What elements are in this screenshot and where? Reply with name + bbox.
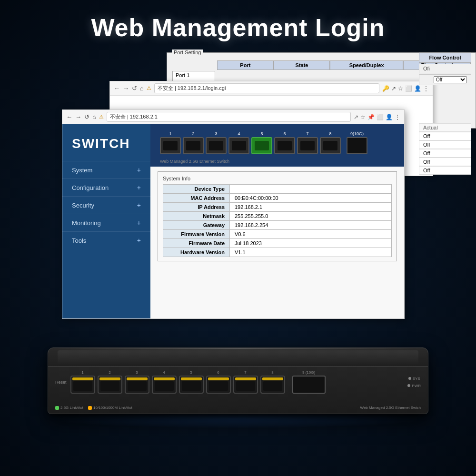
sw-nav-back[interactable]: ← xyxy=(66,113,72,120)
sw-security-warning-icon: ⚠ xyxy=(99,114,104,120)
diag-port-2-jack[interactable] xyxy=(183,137,204,154)
switch-body: Reset 1 2 3 xyxy=(48,347,428,414)
hw-sfp-port[interactable] xyxy=(292,376,326,394)
login-url-bar[interactable]: 不安全 | 192.168.2.1/login.cgi xyxy=(154,83,379,93)
hw-port-group-6: 6 xyxy=(206,370,231,394)
diag-port-8-jack[interactable] xyxy=(320,137,341,154)
sidebar-monitoring-expand[interactable]: + xyxy=(137,219,141,227)
pwr-indicator: PWR xyxy=(407,384,421,388)
right-flow-panel: Flow Control Ofi OffOn Actual Off Off Of… xyxy=(419,52,471,175)
sw-nav-reload[interactable]: ↺ xyxy=(84,113,89,120)
col-speed: Speed/Duplex xyxy=(330,60,403,70)
sys-dot xyxy=(408,377,411,380)
info-key-ip: IP Address xyxy=(163,203,230,212)
hw-port-6-jack[interactable] xyxy=(206,376,231,394)
info-key-mac: MAC Address xyxy=(163,194,230,203)
sidebar-system-label: System xyxy=(72,167,92,174)
system-info-header: System Info xyxy=(163,176,392,181)
ofi-label: Ofi xyxy=(419,64,471,73)
sw-menu-icon[interactable]: ⋮ xyxy=(395,114,400,120)
system-info-section: System Info Device Type MAC Address 00:E… xyxy=(150,167,404,266)
star-icon[interactable]: ☆ xyxy=(398,85,403,92)
sw-account-icon[interactable]: 👤 xyxy=(386,114,393,120)
port-1[interactable]: Port 1 xyxy=(173,71,215,79)
main-content: 1 2 3 xyxy=(150,124,404,318)
diag-port-8: 8 xyxy=(320,131,341,154)
diag-port-6-jack[interactable] xyxy=(274,137,295,154)
hw-port-group-8: 8 xyxy=(260,370,285,394)
sidebar-config-label: Configuration xyxy=(72,184,109,191)
hw-port-6-num: 6 xyxy=(217,370,219,375)
system-info-table: Device Type MAC Address 00:E0:4C:00:00:0… xyxy=(163,184,392,257)
diag-port-7-num: 7 xyxy=(306,131,308,136)
diag-port-3: 3 xyxy=(206,131,227,154)
diag-port-1-jack[interactable] xyxy=(160,137,181,154)
hw-port-group-7: 7 xyxy=(233,370,258,394)
sidebar-item-tools[interactable]: Tools + xyxy=(62,231,150,249)
sidebar-tools-expand[interactable]: + xyxy=(137,237,141,244)
legend-2g-dot xyxy=(55,406,59,410)
diag-port-5-jack[interactable] xyxy=(251,137,272,154)
info-row-ip: IP Address 192.168.2.1 xyxy=(163,203,392,212)
switch-brand: SWITCH xyxy=(62,129,150,161)
nav-home[interactable]: ⌂ xyxy=(140,85,144,92)
sidebar-system-expand[interactable]: + xyxy=(137,166,141,174)
switch-sidebar: SWITCH System + Configuration + Security… xyxy=(62,124,150,318)
sidebar-item-monitoring[interactable]: Monitoring + xyxy=(62,214,150,231)
sw-star-icon[interactable]: ☆ xyxy=(360,114,366,120)
sys-indicator: SYS xyxy=(408,377,420,381)
nav-back[interactable]: ← xyxy=(114,85,120,92)
hw-port-7-num: 7 xyxy=(244,370,246,375)
hw-port-5-jack[interactable] xyxy=(179,376,204,394)
sw-share-icon: ↗ xyxy=(354,114,358,120)
sidebar-security-label: Security xyxy=(72,202,94,209)
hw-bottom-bar: 2.5G Link/Act 10/100/1000M Link/Act Web … xyxy=(55,406,421,410)
sidebar-monitoring-label: Monitoring xyxy=(72,219,101,227)
info-val-fw-date: Jul 18 2023 xyxy=(230,239,392,248)
hw-port-group-4: 4 xyxy=(152,370,177,394)
sidebar-config-expand[interactable]: + xyxy=(137,184,141,191)
hw-port-3-jack[interactable] xyxy=(125,376,149,394)
flow-row-dropdown[interactable]: OffOn xyxy=(434,76,467,83)
sidebar-item-configuration[interactable]: Configuration + xyxy=(62,178,150,196)
reset-label: Reset xyxy=(55,380,67,385)
sidebar-security-expand[interactable]: + xyxy=(137,201,141,209)
sidebar-item-system[interactable]: System + xyxy=(62,161,150,178)
hw-port-7-jack[interactable] xyxy=(233,376,258,394)
info-key-netmask: Netmask xyxy=(163,212,230,221)
nav-forward[interactable]: → xyxy=(123,85,129,92)
sw-browser-action-icons: ↗ ☆ 📌 ⬜ 👤 ⋮ xyxy=(354,114,400,120)
hw-port-8-jack[interactable] xyxy=(260,376,285,394)
info-key-fw-ver: Firmware Version xyxy=(163,230,230,239)
diag-port-8-num: 8 xyxy=(329,131,331,136)
switch-panel: ← → ↺ ⌂ ⚠ 不安全 | 192.168.2.1 ↗ ☆ 📌 ⬜ 👤 ⋮ … xyxy=(62,109,405,319)
hw-port-4-jack[interactable] xyxy=(152,376,177,394)
diag-sfp-group: 9(10G) xyxy=(347,131,367,154)
sw-nav-home[interactable]: ⌂ xyxy=(92,113,96,120)
sw-nav-forward[interactable]: → xyxy=(75,113,81,120)
hw-port-1-jack[interactable] xyxy=(70,376,95,394)
diag-port-4-jack[interactable] xyxy=(228,137,249,154)
hw-bottom-label: Web Managed 2.5G Ethernet Swich xyxy=(360,406,421,410)
flow-val-4: Off xyxy=(419,158,471,166)
info-key-fw-date: Firmware Date xyxy=(163,239,230,248)
info-key-gateway: Gateway xyxy=(163,221,230,230)
info-val-gateway: 192.168.2.254 xyxy=(230,221,392,230)
hw-port-group-5: 5 xyxy=(179,370,204,394)
nav-reload[interactable]: ↺ xyxy=(132,85,137,92)
info-val-netmask: 255.255.255.0 xyxy=(230,212,392,221)
hw-ports-container: 1 2 3 4 xyxy=(70,370,326,394)
flow-control-header: Flow Control xyxy=(419,52,471,63)
legend-2g-label: 2.5G Link/Act xyxy=(60,406,83,410)
hw-port-2-jack[interactable] xyxy=(98,376,122,394)
diag-sfp-jack[interactable] xyxy=(347,137,367,154)
diag-port-7-jack[interactable] xyxy=(297,137,318,154)
share-icon: ↗ xyxy=(391,85,396,92)
hw-port-2-num: 2 xyxy=(109,370,110,375)
sidebar-item-security[interactable]: Security + xyxy=(62,196,150,214)
info-row-netmask: Netmask 255.255.255.0 xyxy=(163,212,392,221)
diag-port-3-jack[interactable] xyxy=(206,137,227,154)
hw-port-8-num: 8 xyxy=(271,370,273,375)
switch-url-bar[interactable]: 不安全 | 192.168.2.1 xyxy=(107,112,351,122)
security-warning-icon: ⚠ xyxy=(147,85,151,91)
